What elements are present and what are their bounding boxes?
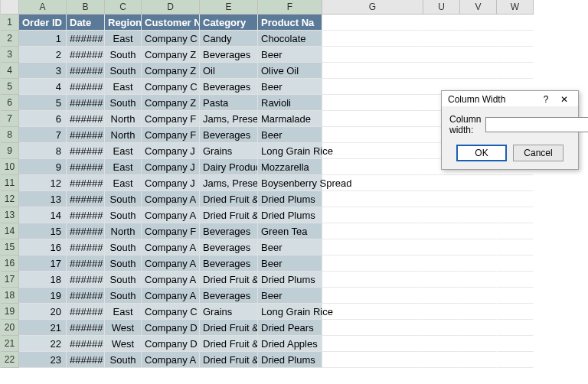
- cell[interactable]: [497, 207, 534, 223]
- cell[interactable]: [322, 288, 423, 304]
- cell[interactable]: [423, 31, 460, 47]
- row-header[interactable]: 8: [1, 127, 19, 143]
- cell[interactable]: ######: [67, 191, 105, 207]
- cell[interactable]: [460, 207, 497, 223]
- header-cell-G[interactable]: [322, 15, 423, 31]
- column-header-D[interactable]: D: [142, 0, 200, 15]
- cell[interactable]: ######: [67, 127, 105, 143]
- cell[interactable]: [497, 288, 534, 304]
- cell[interactable]: Dried Plums: [258, 207, 322, 223]
- cell[interactable]: Green Tea: [258, 223, 322, 239]
- cell[interactable]: [423, 191, 460, 207]
- cell[interactable]: [423, 288, 460, 304]
- cell[interactable]: [460, 191, 497, 207]
- cell[interactable]: 2: [19, 47, 67, 63]
- cell[interactable]: ######: [67, 207, 105, 223]
- cell[interactable]: Dried Plums: [258, 272, 322, 288]
- cell[interactable]: [322, 255, 423, 272]
- cell[interactable]: 15: [19, 223, 67, 239]
- cell[interactable]: North: [105, 111, 142, 127]
- cell[interactable]: Company J: [142, 159, 200, 175]
- cancel-button[interactable]: Cancel: [513, 145, 564, 161]
- cell[interactable]: [423, 47, 460, 63]
- cell[interactable]: North: [105, 127, 142, 143]
- row-header[interactable]: 17: [1, 272, 19, 288]
- cell[interactable]: [460, 320, 497, 336]
- row-header[interactable]: 9: [1, 143, 19, 159]
- cell[interactable]: Grains: [200, 143, 258, 159]
- cell[interactable]: East: [105, 175, 142, 191]
- cell[interactable]: Oil: [200, 63, 258, 79]
- select-all-corner[interactable]: [1, 0, 19, 15]
- column-header-F[interactable]: F: [258, 0, 322, 15]
- header-cell-U[interactable]: [423, 15, 460, 31]
- cell[interactable]: Beer: [258, 127, 322, 143]
- cell[interactable]: [460, 223, 497, 239]
- cell[interactable]: East: [105, 143, 142, 159]
- cell[interactable]: [322, 191, 423, 207]
- cell[interactable]: [460, 304, 497, 320]
- row-header[interactable]: 6: [1, 95, 19, 111]
- cell[interactable]: [423, 304, 460, 320]
- header-cell-E[interactable]: Category: [200, 15, 258, 31]
- cell[interactable]: [460, 47, 497, 63]
- column-header-V[interactable]: V: [460, 0, 497, 15]
- cell[interactable]: 7: [19, 127, 67, 143]
- cell[interactable]: South: [105, 272, 142, 288]
- cell[interactable]: [423, 352, 460, 368]
- cell[interactable]: Company F: [142, 223, 200, 239]
- cell[interactable]: South: [105, 207, 142, 223]
- row-header[interactable]: 7: [1, 111, 19, 127]
- cell[interactable]: [497, 239, 534, 255]
- row-header[interactable]: 18: [1, 288, 19, 304]
- cell[interactable]: 14: [19, 207, 67, 223]
- cell[interactable]: [322, 31, 423, 47]
- cell[interactable]: [423, 255, 460, 272]
- cell[interactable]: [497, 47, 534, 63]
- cell[interactable]: [322, 239, 423, 255]
- cell[interactable]: [460, 31, 497, 47]
- row-header[interactable]: 10: [1, 159, 19, 175]
- column-header-E[interactable]: E: [200, 0, 258, 15]
- cell[interactable]: Company C: [142, 31, 200, 47]
- cell[interactable]: South: [105, 63, 142, 79]
- cell[interactable]: Dried Fruit &: [200, 191, 258, 207]
- cell[interactable]: [322, 79, 423, 95]
- cell[interactable]: Company C: [142, 304, 200, 320]
- cell[interactable]: 6: [19, 111, 67, 127]
- cell[interactable]: 1: [19, 31, 67, 47]
- cell[interactable]: Pasta: [200, 95, 258, 111]
- cell[interactable]: ######: [67, 79, 105, 95]
- cell[interactable]: [423, 223, 460, 239]
- cell[interactable]: Ravioli: [258, 95, 322, 111]
- cell[interactable]: Company C: [142, 79, 200, 95]
- cell[interactable]: South: [105, 255, 142, 272]
- row-header[interactable]: 3: [1, 47, 19, 63]
- row-header[interactable]: 1: [1, 15, 19, 31]
- cell[interactable]: ######: [67, 255, 105, 272]
- cell[interactable]: Company Z: [142, 47, 200, 63]
- cell[interactable]: ######: [67, 288, 105, 304]
- cell[interactable]: 12: [19, 175, 67, 191]
- cell[interactable]: [460, 239, 497, 255]
- cell[interactable]: [497, 304, 534, 320]
- row-header[interactable]: 21: [1, 336, 19, 352]
- cell[interactable]: Beer: [258, 79, 322, 95]
- cell[interactable]: South: [105, 191, 142, 207]
- cell[interactable]: ######: [67, 95, 105, 111]
- cell[interactable]: [322, 352, 423, 368]
- cell[interactable]: East: [105, 159, 142, 175]
- cell[interactable]: [497, 255, 534, 272]
- cell[interactable]: 19: [19, 288, 67, 304]
- cell[interactable]: Dairy Produc: [200, 159, 258, 175]
- cell[interactable]: Beverages: [200, 79, 258, 95]
- cell[interactable]: [322, 159, 423, 175]
- cell[interactable]: North: [105, 223, 142, 239]
- cell[interactable]: ######: [67, 31, 105, 47]
- cell[interactable]: [460, 288, 497, 304]
- column-header-B[interactable]: B: [67, 0, 105, 15]
- cell[interactable]: Dried Fruit &: [200, 272, 258, 288]
- cell[interactable]: [497, 191, 534, 207]
- cell[interactable]: Company A: [142, 272, 200, 288]
- cell[interactable]: ######: [67, 304, 105, 320]
